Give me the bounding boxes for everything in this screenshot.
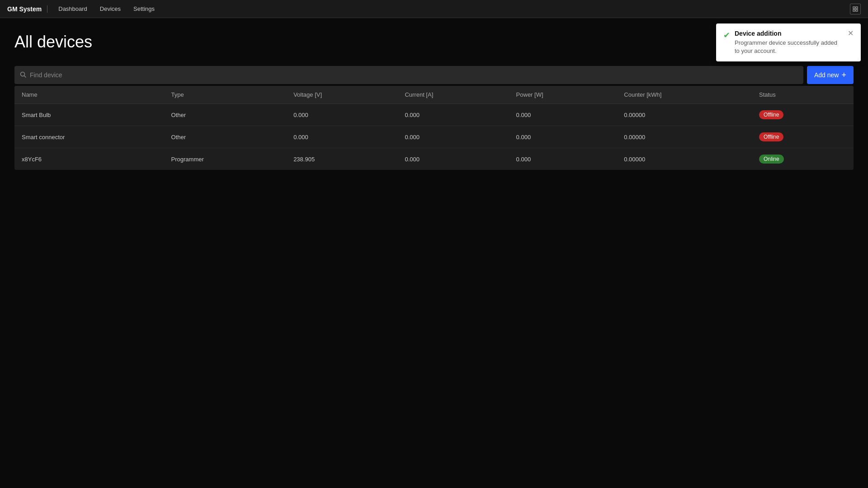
window-icon[interactable] bbox=[850, 4, 861, 14]
toast-close-button[interactable]: ✕ bbox=[848, 30, 854, 37]
col-voltage: Voltage [V] bbox=[286, 86, 397, 104]
col-type: Type bbox=[164, 86, 287, 104]
svg-line-5 bbox=[24, 75, 26, 77]
notification-toast: ✔ Device addition Programmer device succ… bbox=[716, 23, 861, 61]
col-counter: Counter [kWh] bbox=[617, 86, 752, 104]
svg-rect-3 bbox=[856, 9, 858, 11]
cell-status: Offline bbox=[752, 104, 854, 126]
col-name: Name bbox=[14, 86, 164, 104]
table-header-row: Name Type Voltage [V] Current [A] Power … bbox=[14, 86, 854, 104]
col-status: Status bbox=[752, 86, 854, 104]
cell-status: Offline bbox=[752, 126, 854, 148]
cell-counter: 0.00000 bbox=[617, 148, 752, 170]
toolbar: Add new + bbox=[14, 66, 854, 84]
navbar: GM System Dashboard Devices Settings bbox=[0, 0, 868, 18]
cell-voltage: 0.000 bbox=[286, 126, 397, 148]
cell-power: 0.000 bbox=[509, 104, 617, 126]
nav-dashboard[interactable]: Dashboard bbox=[53, 3, 93, 15]
toast-message: Programmer device successfully added to … bbox=[735, 39, 843, 55]
add-new-button[interactable]: Add new + bbox=[807, 66, 854, 84]
col-power: Power [W] bbox=[509, 86, 617, 104]
toast-title: Device addition bbox=[735, 30, 843, 37]
cell-type: Programmer bbox=[164, 148, 287, 170]
cell-power: 0.000 bbox=[509, 148, 617, 170]
toast-content: Device addition Programmer device succes… bbox=[735, 30, 843, 55]
cell-status: Online bbox=[752, 148, 854, 170]
cell-voltage: 238.905 bbox=[286, 148, 397, 170]
cell-type: Other bbox=[164, 126, 287, 148]
search-container bbox=[14, 66, 803, 84]
table-row[interactable]: x8YcF6 Programmer 238.905 0.000 0.000 0.… bbox=[14, 148, 854, 170]
cell-counter: 0.00000 bbox=[617, 126, 752, 148]
table-row[interactable]: Smart connector Other 0.000 0.000 0.000 … bbox=[14, 126, 854, 148]
col-current: Current [A] bbox=[397, 86, 509, 104]
cell-type: Other bbox=[164, 104, 287, 126]
nav-settings[interactable]: Settings bbox=[128, 3, 160, 15]
brand-name: GM System bbox=[7, 5, 47, 13]
table-row[interactable]: Smart Bulb Other 0.000 0.000 0.000 0.000… bbox=[14, 104, 854, 126]
nav-right bbox=[850, 4, 861, 14]
cell-current: 0.000 bbox=[397, 104, 509, 126]
cell-power: 0.000 bbox=[509, 126, 617, 148]
status-badge: Offline bbox=[759, 132, 783, 141]
search-input[interactable] bbox=[30, 71, 798, 79]
cell-name: x8YcF6 bbox=[14, 148, 164, 170]
nav-devices[interactable]: Devices bbox=[94, 3, 126, 15]
cell-current: 0.000 bbox=[397, 126, 509, 148]
cell-name: Smart Bulb bbox=[14, 104, 164, 126]
cell-voltage: 0.000 bbox=[286, 104, 397, 126]
svg-rect-1 bbox=[856, 7, 858, 9]
search-icon bbox=[20, 71, 26, 79]
cell-current: 0.000 bbox=[397, 148, 509, 170]
plus-icon: + bbox=[841, 70, 846, 80]
table-wrapper: Name Type Voltage [V] Current [A] Power … bbox=[14, 86, 854, 170]
toast-check-icon: ✔ bbox=[723, 30, 730, 40]
cell-name: Smart connector bbox=[14, 126, 164, 148]
status-badge: Offline bbox=[759, 110, 783, 119]
nav-links: Dashboard Devices Settings bbox=[53, 3, 160, 15]
status-badge: Online bbox=[759, 155, 784, 164]
cell-counter: 0.00000 bbox=[617, 104, 752, 126]
svg-rect-2 bbox=[853, 9, 855, 11]
devices-table: Name Type Voltage [V] Current [A] Power … bbox=[14, 86, 854, 170]
svg-rect-0 bbox=[853, 7, 855, 9]
add-new-label: Add new bbox=[814, 71, 839, 79]
